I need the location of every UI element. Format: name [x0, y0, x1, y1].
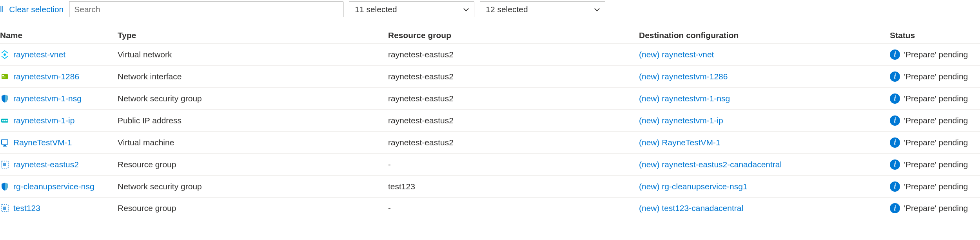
svg-rect-3	[2, 77, 5, 77]
rg-icon	[0, 203, 9, 213]
svg-rect-5	[2, 120, 4, 121]
svg-point-0	[4, 53, 6, 56]
info-icon: i	[890, 159, 900, 170]
chevron-down-icon	[462, 5, 470, 13]
table-row[interactable]: test123 Resource group - (new) test123-c…	[0, 197, 980, 219]
resource-type: Virtual machine	[118, 138, 388, 147]
status-cell: i 'Prepare' pending	[890, 93, 980, 104]
destination-link[interactable]: (new) raynetestvm-1-nsg	[639, 94, 890, 103]
resource-type: Resource group	[118, 203, 388, 213]
destination-link[interactable]: (new) raynetestvm-1286	[639, 72, 890, 81]
resource-group: -	[388, 203, 639, 213]
filter-dropdown-2-label: 12 selected	[486, 5, 528, 14]
vm-icon	[0, 138, 9, 147]
resource-group: raynetest-eastus2	[388, 138, 639, 147]
clear-selection-link[interactable]: Clear selection	[9, 5, 64, 14]
filter-dropdown-2[interactable]: 12 selected	[480, 2, 605, 17]
resource-name-link[interactable]: raynetestvm-1286	[13, 72, 79, 81]
destination-link[interactable]: (new) raynetest-vnet	[639, 50, 890, 59]
status-cell: i 'Prepare' pending	[890, 71, 980, 82]
nic-icon	[0, 72, 9, 81]
status-text: 'Prepare' pending	[904, 72, 968, 81]
status-cell: i 'Prepare' pending	[890, 181, 980, 192]
destination-link[interactable]: (new) raynetestvm-1-ip	[639, 116, 890, 125]
svg-rect-10	[4, 145, 6, 146]
pip-icon	[0, 116, 9, 125]
resource-group: test123	[388, 182, 639, 191]
svg-rect-11	[3, 146, 7, 147]
resource-type: Network security group	[118, 182, 388, 191]
column-header-resource-group[interactable]: Resource group	[388, 31, 639, 40]
status-text: 'Prepare' pending	[904, 160, 968, 169]
resource-name-link[interactable]: raynetest-eastus2	[13, 160, 79, 169]
resource-type: Network interface	[118, 72, 388, 81]
svg-rect-15	[3, 207, 6, 210]
resource-group: raynetest-eastus2	[388, 72, 639, 81]
status-cell: i 'Prepare' pending	[890, 137, 980, 148]
table-row[interactable]: raynetestvm-1-nsg Network security group…	[0, 87, 980, 109]
resource-type: Network security group	[118, 94, 388, 103]
status-cell: i 'Prepare' pending	[890, 49, 980, 60]
status-text: 'Prepare' pending	[904, 94, 968, 103]
resource-name-link[interactable]: test123	[13, 203, 40, 213]
resource-type: Public IP address	[118, 116, 388, 125]
status-cell: i 'Prepare' pending	[890, 159, 980, 170]
column-header-name[interactable]: Name	[0, 31, 118, 40]
info-icon: i	[890, 181, 900, 192]
table-body: raynetest-vnet Virtual network raynetest…	[0, 43, 980, 219]
select-all-fragment[interactable]: ll	[0, 5, 4, 14]
info-icon: i	[890, 137, 900, 148]
status-text: 'Prepare' pending	[904, 50, 968, 59]
destination-link[interactable]: (new) RayneTestVM-1	[639, 138, 890, 147]
resource-group: raynetest-eastus2	[388, 50, 639, 59]
nsg-icon	[0, 94, 9, 103]
toolbar: ll Clear selection 11 selected 12 select…	[0, 0, 980, 21]
filter-dropdown-1[interactable]: 11 selected	[349, 2, 474, 17]
svg-rect-9	[2, 140, 7, 144]
table-row[interactable]: RayneTestVM-1 Virtual machine raynetest-…	[0, 131, 980, 153]
table-row[interactable]: raynetestvm-1286 Network interface rayne…	[0, 65, 980, 87]
column-header-destination[interactable]: Destination configuration	[639, 31, 890, 40]
info-icon: i	[890, 115, 900, 126]
resource-name-link[interactable]: raynetestvm-1-ip	[13, 116, 74, 125]
svg-rect-6	[4, 120, 5, 121]
info-icon: i	[890, 203, 900, 213]
table-header: Name Type Resource group Destination con…	[0, 21, 980, 43]
column-header-type[interactable]: Type	[118, 31, 388, 40]
svg-rect-7	[6, 120, 7, 121]
status-text: 'Prepare' pending	[904, 138, 968, 147]
resource-name-link[interactable]: RayneTestVM-1	[13, 138, 72, 147]
rg-icon	[0, 160, 9, 169]
resource-type: Resource group	[118, 160, 388, 169]
status-cell: i 'Prepare' pending	[890, 203, 980, 213]
resource-name-link[interactable]: raynetestvm-1-nsg	[13, 94, 82, 103]
resource-group: -	[388, 160, 639, 169]
status-cell: i 'Prepare' pending	[890, 115, 980, 126]
filter-dropdown-1-label: 11 selected	[355, 5, 397, 14]
status-text: 'Prepare' pending	[904, 182, 968, 191]
chevron-down-icon	[593, 5, 601, 13]
nsg-icon	[0, 182, 9, 191]
resource-group: raynetest-eastus2	[388, 94, 639, 103]
resource-name-link[interactable]: raynetest-vnet	[13, 50, 65, 59]
status-text: 'Prepare' pending	[904, 116, 968, 125]
destination-link[interactable]: (new) test123-canadacentral	[639, 203, 890, 213]
status-text: 'Prepare' pending	[904, 203, 968, 213]
table-row[interactable]: raynetestvm-1-ip Public IP address rayne…	[0, 109, 980, 131]
svg-rect-13	[3, 163, 6, 166]
resource-type: Virtual network	[118, 50, 388, 59]
column-header-status[interactable]: Status	[890, 31, 980, 40]
table-row[interactable]: raynetest-eastus2 Resource group - (new)…	[0, 153, 980, 175]
info-icon: i	[890, 93, 900, 104]
table-row[interactable]: rg-cleanupservice-nsg Network security g…	[0, 175, 980, 197]
resource-group: raynetest-eastus2	[388, 116, 639, 125]
resource-name-link[interactable]: rg-cleanupservice-nsg	[13, 182, 94, 191]
destination-link[interactable]: (new) raynetest-eastus2-canadacentral	[639, 160, 890, 169]
vnet-icon	[0, 50, 9, 59]
search-input[interactable]	[69, 2, 343, 17]
info-icon: i	[890, 71, 900, 82]
info-icon: i	[890, 49, 900, 60]
svg-rect-2	[2, 75, 4, 76]
destination-link[interactable]: (new) rg-cleanupservice-nsg1	[639, 182, 890, 191]
table-row[interactable]: raynetest-vnet Virtual network raynetest…	[0, 43, 980, 65]
